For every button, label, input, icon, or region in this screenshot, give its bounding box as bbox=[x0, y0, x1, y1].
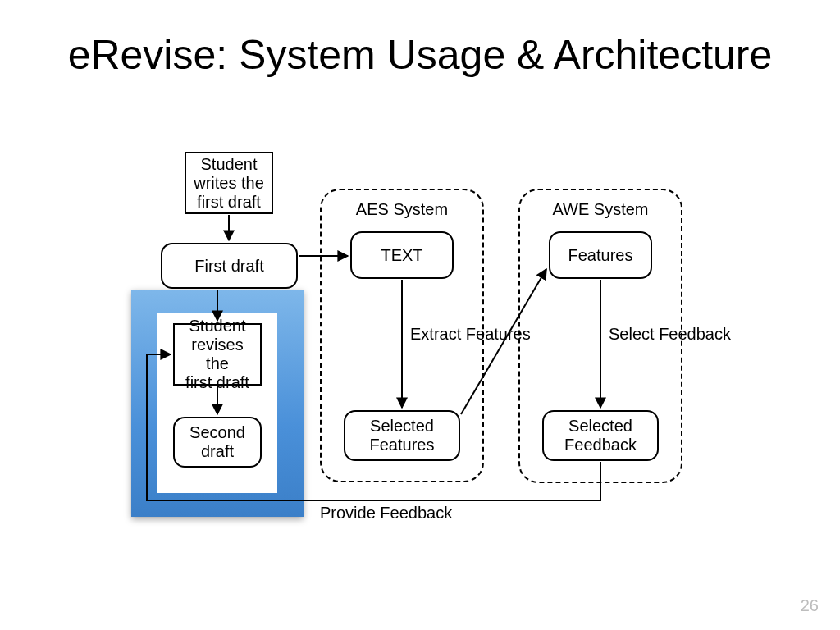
slide: eRevise: System Usage & Architecture AES… bbox=[0, 0, 840, 630]
diagram-canvas: AES System AWE System Student writes the… bbox=[0, 0, 840, 630]
arrows-svg bbox=[0, 0, 840, 630]
page-number: 26 bbox=[801, 596, 819, 615]
svg-line-5 bbox=[461, 269, 546, 414]
